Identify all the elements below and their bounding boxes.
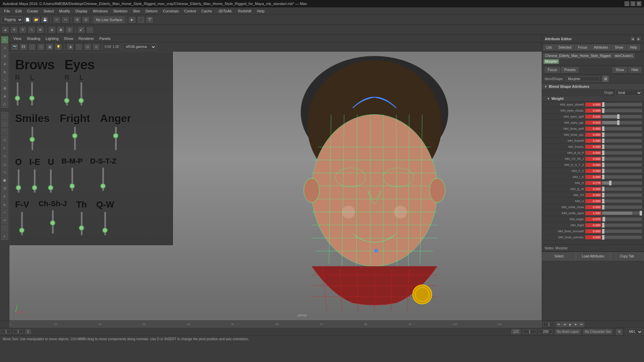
attr-slider-handle-2[interactable] xyxy=(617,114,620,119)
attr-slider-handle-6[interactable] xyxy=(602,138,604,143)
attr-slider-handle-8[interactable] xyxy=(602,150,604,155)
attr-slider-6[interactable] xyxy=(602,139,642,142)
attr-slider-handle-20[interactable] xyxy=(602,223,604,228)
brows-r-knob[interactable] xyxy=(15,96,20,101)
attr-slider-handle-9[interactable] xyxy=(602,157,604,161)
rotate-tool[interactable]: ↻ xyxy=(19,26,27,34)
anger-knob[interactable] xyxy=(113,133,118,138)
show-btn[interactable]: Show xyxy=(612,67,627,73)
menu-edit[interactable]: Edit xyxy=(13,8,24,14)
hud-btn[interactable]: ⊡ xyxy=(84,43,92,51)
attr-value-6[interactable] xyxy=(585,139,601,143)
attr-slider-16[interactable] xyxy=(602,199,642,203)
attr-collapse-btn[interactable]: ◀ xyxy=(630,36,635,42)
paint-select-btn[interactable]: ⊙ xyxy=(1,52,8,60)
attr-value-21[interactable] xyxy=(585,229,601,233)
attr-slider-handle-7[interactable] xyxy=(602,144,604,149)
brows-l-knob[interactable] xyxy=(29,96,35,101)
menu-windows[interactable]: Windows xyxy=(90,8,111,14)
menu-file[interactable]: File xyxy=(1,8,13,14)
menu-control[interactable]: Control xyxy=(181,8,199,14)
edge-select[interactable]: ◉ xyxy=(57,26,65,34)
gamma-select[interactable]: sRGB gamma xyxy=(123,44,156,50)
vowel-ie-slider[interactable] xyxy=(34,169,36,193)
attr-slider-11[interactable] xyxy=(602,169,642,173)
cluster-tool-btn[interactable]: ⋰ xyxy=(1,112,8,119)
bend-tool-btn[interactable]: ⌒ xyxy=(1,128,8,135)
node-morpher[interactable]: Morpher xyxy=(543,59,559,64)
eyes-r-knob[interactable] xyxy=(64,98,69,103)
attr-value-20[interactable] xyxy=(585,223,601,227)
crease-btn[interactable]: ⋮ xyxy=(1,225,8,232)
attr-value-3[interactable] xyxy=(585,121,601,125)
brows-l-control[interactable]: L xyxy=(30,74,34,106)
attr-slider-handle-11[interactable] xyxy=(602,169,604,173)
frame-input[interactable] xyxy=(543,322,555,326)
sine-tool-btn[interactable]: ∿ xyxy=(1,168,8,176)
menu-3dtoall[interactable]: -3DToAll- xyxy=(215,8,235,14)
vowel-bmp-slider[interactable] xyxy=(71,168,73,191)
render-btn[interactable]: ▶ xyxy=(128,16,136,23)
cons-fv-control[interactable]: F-V xyxy=(15,199,29,235)
select-button[interactable]: Select xyxy=(542,252,576,260)
vowel-ie-knob[interactable] xyxy=(32,185,37,190)
load-attributes-button[interactable]: Load Attributes xyxy=(576,252,610,260)
view-menu[interactable]: View xyxy=(11,36,24,41)
brows-r-control[interactable]: R xyxy=(15,74,20,106)
vowel-o-slider[interactable] xyxy=(18,169,19,193)
focus-btn[interactable]: Focus xyxy=(545,67,560,73)
cons-qw-control[interactable]: Q-W xyxy=(96,199,114,235)
grid-btn[interactable]: ⋮ xyxy=(75,43,83,51)
menu-skeleton[interactable]: Skeleton xyxy=(110,8,130,14)
vowel-u-slider[interactable] xyxy=(50,169,52,193)
bridge-btn[interactable]: ≡ xyxy=(1,192,8,200)
undo-btn[interactable]: ↩ xyxy=(53,16,61,23)
brows-r-slider[interactable] xyxy=(17,82,18,106)
universal-tool-btn[interactable]: ⊞ xyxy=(1,84,8,92)
blend-shape-input[interactable] xyxy=(566,76,600,81)
presets-btn[interactable]: Presets xyxy=(561,67,579,73)
attr-slider-handle-16[interactable] xyxy=(602,199,604,203)
attr-value-13[interactable] xyxy=(585,181,601,185)
frame-current-input[interactable] xyxy=(13,329,23,334)
merge-btn[interactable]: ⊾ xyxy=(1,200,8,208)
timeline-controls[interactable]: ⏮ ◀ ▶ ▶ ⏭ xyxy=(542,322,644,327)
render3-btn[interactable]: 🎬 xyxy=(146,16,154,23)
attr-value-5[interactable] xyxy=(585,133,601,137)
eyes-l-control[interactable]: L xyxy=(79,74,84,106)
extrude-btn[interactable]: ▣ xyxy=(1,176,8,184)
mel-select[interactable]: MEL Python xyxy=(626,328,643,335)
viewport-canvas[interactable]: Brows R L xyxy=(9,52,542,320)
attr-slider-handle-21[interactable] xyxy=(602,229,604,234)
eyes-r-slider[interactable] xyxy=(66,82,68,106)
comp-select[interactable]: ◈ xyxy=(48,26,56,34)
cons-chshj-control[interactable]: Ch-Sh-J xyxy=(39,199,67,234)
snap-tool[interactable]: ⊕ xyxy=(36,26,44,34)
attr-slider-handle-12[interactable] xyxy=(602,175,604,179)
attr-slider-15[interactable] xyxy=(602,193,642,197)
menu-redshift[interactable]: Redshift xyxy=(235,8,254,14)
select-tool[interactable]: ▲ xyxy=(1,26,9,34)
menu-create[interactable]: Create xyxy=(24,8,41,14)
attr-value-17[interactable] xyxy=(585,205,601,209)
scale-tool-btn[interactable]: ⤡ xyxy=(1,76,8,84)
tab-list[interactable]: List xyxy=(543,45,555,50)
attr-value-19[interactable] xyxy=(585,217,601,221)
attr-value-15[interactable] xyxy=(585,193,601,197)
texture-btn[interactable]: ▦ xyxy=(46,43,54,51)
origin-select[interactable]: local world xyxy=(615,90,642,96)
timeline-ruler[interactable]: 1102030405060708090100110120 ⏮ ◀ ▶ ▶ ⏭ xyxy=(0,320,644,328)
attr-value-12[interactable] xyxy=(585,175,601,179)
shading-btn[interactable]: ◑ xyxy=(66,43,74,51)
cons-th-control[interactable]: Th xyxy=(76,199,87,235)
weight-section[interactable]: ▼ Weight xyxy=(542,96,644,102)
move-tool-btn[interactable]: ✛ xyxy=(1,60,8,68)
move-tool[interactable]: ✛ xyxy=(10,26,18,34)
face-select[interactable]: ◫ xyxy=(65,26,73,34)
attr-value-1[interactable] xyxy=(585,109,601,113)
attr-value-22[interactable] xyxy=(585,235,601,239)
cut-btn[interactable]: ✂ xyxy=(1,217,8,224)
rotate-tool-btn[interactable]: ↻ xyxy=(1,68,8,76)
eyes-l-knob[interactable] xyxy=(78,98,84,103)
select-tool-btn[interactable]: ↖ xyxy=(1,36,8,44)
